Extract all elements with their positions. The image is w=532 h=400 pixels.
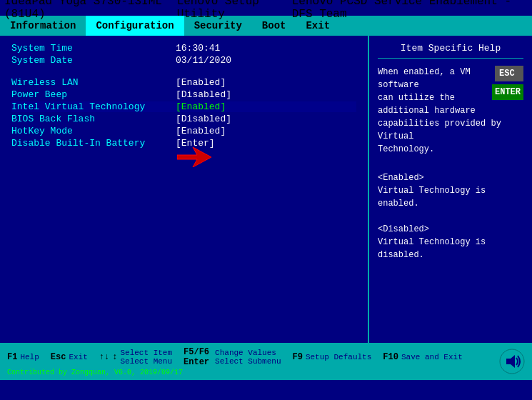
f5f6-desc1: Change Values (215, 349, 281, 357)
esc-key[interactable]: Esc (51, 352, 66, 362)
help-text: ESC ENTER When enabled, a VM software ca… (378, 66, 523, 261)
help-disabled-desc: Virtual Technology is disabled. (378, 237, 486, 260)
help-title: Item Specific Help (378, 43, 523, 59)
f5f6-group: F5/F6 Enter Change Values Select Submenu (184, 347, 281, 367)
enter-key[interactable]: Enter (184, 357, 209, 367)
wireless-lan-row[interactable]: Wireless LAN [Enabled] (11, 77, 356, 88)
system-time-row: System Time 16:30:41 (11, 43, 356, 54)
help-text-line2: can utilize the additional hardware (378, 93, 476, 116)
wireless-lan-label: Wireless LAN (11, 77, 176, 88)
system-date-label: System Date (11, 55, 176, 66)
bios-back-flash-row[interactable]: BIOS Back Flash [Disabled] (11, 114, 356, 124)
bios-back-flash-label: BIOS Back Flash (11, 114, 176, 124)
disable-battery-label: Disable Built-In Battery (11, 138, 176, 149)
esc-group: Esc Exit (51, 352, 88, 362)
f9-desc: Setup Defaults (306, 353, 371, 361)
intel-vt-row[interactable]: Intel Virtual Technology [Enabled] (11, 101, 356, 112)
intel-vt-label: Intel Virtual Technology (11, 101, 176, 112)
help-enabled-header: <Enabled> (378, 173, 424, 183)
help-text-line4: Technology. (378, 144, 434, 154)
hotkey-mode-row[interactable]: HotKey Mode [Enabled] (11, 126, 356, 136)
f10-key[interactable]: F10 (383, 352, 398, 362)
system-date-row: System Date 03/11/2020 (11, 55, 356, 66)
arrows-key: ↑↓ (99, 352, 109, 362)
nav-information[interactable]: Information (0, 16, 86, 36)
nav-exit[interactable]: Exit (296, 16, 340, 36)
selection-arrow (177, 147, 211, 171)
left-panel: System Time 16:30:41 System Date 03/11/2… (0, 36, 368, 343)
f1-desc: Help (20, 353, 39, 361)
function-keys: F1 Help Esc Exit ↑↓ ↕ Select Item Select… (7, 347, 525, 367)
nav-boot[interactable]: Boot (252, 16, 296, 36)
nav-configuration[interactable]: Configuration (86, 16, 184, 36)
f1-group: F1 Help (7, 352, 39, 362)
f10-desc: Save and Exit (401, 353, 463, 361)
enter-badge[interactable]: ENTER (492, 84, 523, 100)
help-enabled-desc: Virtual Technology is enabled. (378, 186, 486, 209)
system-time-label: System Time (11, 43, 176, 54)
svg-marker-0 (177, 147, 211, 167)
help-text-line1: When enabled, a VM software (378, 67, 471, 90)
main-content: System Time 16:30:41 System Date 03/11/2… (0, 36, 532, 343)
help-text-line3: capabilities provided by Virtual (378, 119, 501, 141)
wireless-lan-value: [Enabled] (176, 77, 226, 88)
f9-key[interactable]: F9 (293, 352, 303, 362)
hotkey-mode-label: HotKey Mode (11, 126, 176, 136)
speaker-icon (499, 349, 525, 374)
arrows-icon: ↕ (112, 352, 117, 362)
arrows-group: ↑↓ ↕ Select Item Select Menu (99, 349, 172, 366)
title-bar: IdeaPad Yoga S730-13IML (81U4) Lenovo Se… (0, 0, 532, 16)
arrows-desc1: Select Item (120, 349, 172, 357)
intel-vt-value: [Enabled] (176, 101, 226, 112)
hotkey-mode-value: [Enabled] (176, 126, 226, 136)
f5f6-desc2: Select Submenu (215, 357, 281, 366)
f9-group: F9 Setup Defaults (293, 352, 372, 362)
arrows-desc2: Select Menu (120, 357, 172, 366)
bios-back-flash-value: [Disabled] (176, 114, 231, 124)
system-time-value: 16:30:41 (176, 43, 220, 54)
esc-badge[interactable]: ESC (495, 66, 523, 81)
power-beep-value: [Disabled] (176, 89, 231, 100)
help-disabled-header: <Disabled> (378, 224, 429, 234)
f5f6-key[interactable]: F5/F6 (184, 347, 209, 357)
f1-key[interactable]: F1 (7, 352, 17, 362)
nav-security[interactable]: Security (184, 16, 252, 36)
power-beep-row[interactable]: Power Beep [Disabled] (11, 89, 356, 100)
bottom-bar: F1 Help Esc Exit ↑↓ ↕ Select Item Select… (0, 343, 532, 380)
contrib-text: Contributed by Zongquan, V6.0, 2019/09/1… (7, 369, 525, 376)
f10-group: F10 Save and Exit (383, 352, 462, 362)
system-date-value: 03/11/2020 (176, 55, 231, 66)
right-panel: Item Specific Help ESC ENTER When enable… (368, 36, 532, 343)
esc-desc: Exit (69, 353, 87, 361)
power-beep-label: Power Beep (11, 89, 176, 100)
